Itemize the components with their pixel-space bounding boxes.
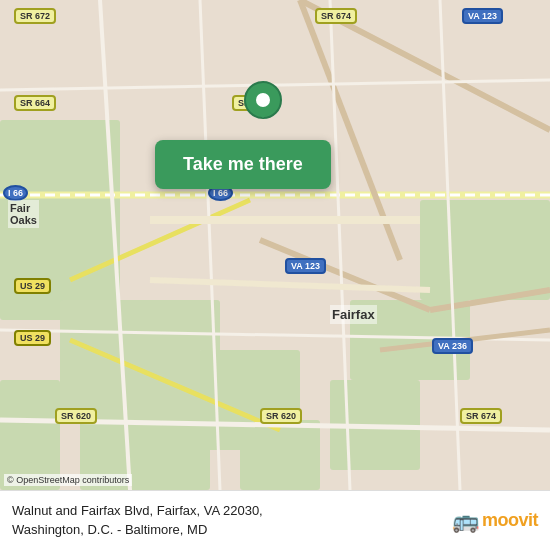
bottom-bar: Walnut and Fairfax Blvd, Fairfax, VA 220… bbox=[0, 490, 550, 550]
svg-point-29 bbox=[256, 93, 270, 107]
badge-sr672: SR 672 bbox=[14, 8, 56, 24]
badge-i66-left: I 66 bbox=[3, 185, 28, 201]
fairfax-label: Fairfax bbox=[330, 305, 377, 324]
svg-rect-5 bbox=[420, 200, 550, 300]
moovit-logo-text: moovit bbox=[482, 510, 538, 531]
moovit-bus-icon: 🚌 bbox=[452, 508, 479, 534]
location-text: Walnut and Fairfax Blvd, Fairfax, VA 220… bbox=[12, 502, 442, 538]
badge-sr620-left: SR 620 bbox=[55, 408, 97, 424]
location-line2: Washington, D.C. - Baltimore, MD bbox=[12, 521, 442, 539]
location-line1: Walnut and Fairfax Blvd, Fairfax, VA 220… bbox=[12, 502, 442, 520]
badge-va236: VA 236 bbox=[432, 338, 473, 354]
moovit-logo: 🚌 moovit bbox=[452, 508, 538, 534]
badge-va123-mid: VA 123 bbox=[285, 258, 326, 274]
take-me-there-button[interactable]: Take me there bbox=[155, 140, 331, 189]
badge-sr674-bottom: SR 674 bbox=[460, 408, 502, 424]
svg-rect-2 bbox=[60, 300, 220, 420]
map-container: SR 672 SR 674 VA 123 SR 664 SR 655 I 66 … bbox=[0, 0, 550, 490]
badge-us29-top: US 29 bbox=[14, 278, 51, 294]
badge-sr664: SR 664 bbox=[14, 95, 56, 111]
badge-sr620-right: SR 620 bbox=[260, 408, 302, 424]
osm-attribution: © OpenStreetMap contributors bbox=[4, 474, 132, 486]
badge-sr674: SR 674 bbox=[315, 8, 357, 24]
fair-oaks-label: FairOaks bbox=[8, 200, 39, 228]
location-pin bbox=[243, 80, 283, 130]
svg-rect-9 bbox=[240, 420, 320, 490]
badge-us29-bottom: US 29 bbox=[14, 330, 51, 346]
badge-va123-top: VA 123 bbox=[462, 8, 503, 24]
